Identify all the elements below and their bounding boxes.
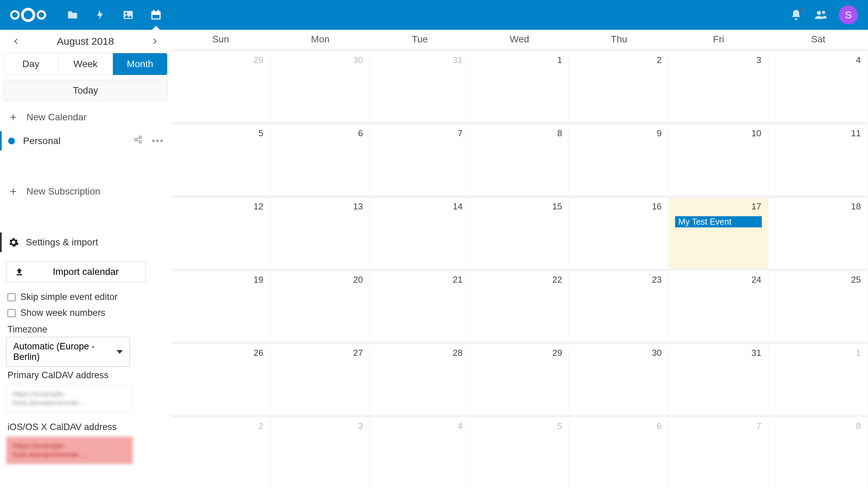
timezone-select[interactable]: Automatic (Europe - Berlin) xyxy=(6,337,130,367)
svg-point-7 xyxy=(817,11,821,15)
calendar-cell[interactable]: 1 xyxy=(768,344,868,415)
calendar-cell[interactable]: 27 xyxy=(271,344,370,415)
import-calendar-button[interactable]: Import calendar xyxy=(6,261,146,282)
month-view-button[interactable]: Month xyxy=(113,53,167,75)
calendar-cell[interactable]: 12 xyxy=(171,198,271,268)
day-number: 11 xyxy=(851,128,861,139)
day-number: 1 xyxy=(856,348,861,358)
new-subscription-button[interactable]: New Subscription xyxy=(0,180,171,203)
day-number: 13 xyxy=(353,201,363,212)
day-number: 15 xyxy=(552,201,562,212)
calendar-list-item[interactable]: Personal xyxy=(0,129,171,153)
svg-rect-3 xyxy=(152,12,161,14)
calendar-icon[interactable] xyxy=(150,9,162,21)
calendar-cell[interactable]: 1 xyxy=(470,52,569,122)
calendar-name: Personal xyxy=(23,136,61,146)
top-bar: S xyxy=(0,0,868,30)
calendar-cell[interactable]: 29 xyxy=(171,52,271,122)
calendar-cell[interactable]: 24 xyxy=(669,271,769,342)
calendar-cell[interactable]: 22 xyxy=(470,271,569,342)
calendar-cell[interactable]: 28 xyxy=(370,344,470,415)
calendar-cell[interactable]: 31 xyxy=(669,344,769,415)
calendar-cell[interactable]: 17My Test Event xyxy=(669,198,769,268)
day-number: 5 xyxy=(557,421,562,431)
settings-import-label: Settings & import xyxy=(26,237,98,248)
calendar-cell[interactable]: 10 xyxy=(669,125,769,195)
contacts-icon[interactable] xyxy=(814,9,827,21)
calendar-cell[interactable]: 4 xyxy=(370,418,470,488)
svg-point-8 xyxy=(822,11,825,14)
calendar-cell[interactable]: 26 xyxy=(171,344,271,415)
prev-month-button[interactable] xyxy=(9,35,23,48)
calendar-cell[interactable]: 8 xyxy=(470,125,569,195)
calendar-cell[interactable]: 6 xyxy=(569,418,669,488)
day-number: 18 xyxy=(851,201,861,212)
primary-caldav-field[interactable]: https://example-host.domain/remote… xyxy=(6,385,133,412)
calendar-cell[interactable]: 2 xyxy=(569,52,669,122)
day-number: 29 xyxy=(552,348,562,358)
week-view-button[interactable]: Week xyxy=(58,53,113,75)
share-calendar-icon[interactable] xyxy=(133,135,143,147)
calendar-cell[interactable]: 20 xyxy=(271,271,370,342)
calendar-cell[interactable]: 19 xyxy=(171,271,271,342)
calendar-cell[interactable]: 25 xyxy=(768,271,868,342)
calendar-cell[interactable]: 7 xyxy=(370,125,470,195)
calendar-cell[interactable]: 11 xyxy=(768,125,868,195)
calendar-cell[interactable]: 30 xyxy=(569,344,669,415)
calendar-cell[interactable]: 13 xyxy=(271,198,370,268)
day-number: 23 xyxy=(652,274,662,285)
calendar-cell[interactable]: 21 xyxy=(370,271,470,342)
day-number: 6 xyxy=(358,128,363,139)
calendar-cell[interactable]: 23 xyxy=(569,271,669,342)
gallery-icon[interactable] xyxy=(122,9,134,21)
topbar-right: S xyxy=(790,5,858,24)
calendar-cell[interactable]: 2 xyxy=(171,418,271,488)
notifications-icon[interactable] xyxy=(790,9,802,21)
calendar-cell[interactable]: 14 xyxy=(370,198,470,268)
calendar-cell[interactable]: 3 xyxy=(669,52,769,122)
calendar-cell[interactable]: 16 xyxy=(569,198,669,268)
settings-import-toggle[interactable]: Settings & import xyxy=(0,230,171,255)
day-number: 30 xyxy=(652,348,662,358)
svg-rect-6 xyxy=(153,15,160,19)
sidebar: August 2018 Day Week Month Today New Cal… xyxy=(0,30,171,488)
calendar-cell[interactable]: 6 xyxy=(271,125,370,195)
calendar-cell[interactable]: 5 xyxy=(171,125,271,195)
calendar-cell[interactable]: 5 xyxy=(470,418,569,488)
user-avatar[interactable]: S xyxy=(839,5,858,24)
today-button[interactable]: Today xyxy=(3,80,167,101)
skip-editor-label: Skip simple event editor xyxy=(20,292,118,302)
current-month-label: August 2018 xyxy=(57,36,114,47)
calendar-cell[interactable]: 3 xyxy=(271,418,370,488)
day-number: 21 xyxy=(453,274,462,285)
calendar-cell[interactable]: 30 xyxy=(271,52,370,122)
app-logo[interactable] xyxy=(10,8,46,22)
calendar-more-icon[interactable] xyxy=(152,140,163,142)
new-calendar-button[interactable]: New Calendar xyxy=(0,106,171,129)
calendar-cell[interactable]: 15 xyxy=(470,198,569,268)
calendar-cell[interactable]: 4 xyxy=(768,52,868,122)
files-icon[interactable] xyxy=(66,9,79,21)
day-number: 6 xyxy=(657,421,662,431)
activity-icon[interactable] xyxy=(94,9,106,21)
calendar-cell[interactable]: 29 xyxy=(470,344,569,415)
day-number: 3 xyxy=(358,421,363,431)
calendar-cell[interactable]: 18 xyxy=(768,198,868,268)
calendar-cell[interactable]: 8 xyxy=(768,418,868,488)
notification-badge xyxy=(800,8,803,12)
weekday-header-row: SunMonTueWedThuFriSat xyxy=(171,30,868,49)
calendar-cell[interactable]: 9 xyxy=(569,125,669,195)
calendar-event[interactable]: My Test Event xyxy=(675,216,762,227)
day-number: 8 xyxy=(557,128,562,139)
calendar-cell[interactable]: 7 xyxy=(669,418,769,488)
day-number: 5 xyxy=(258,128,263,139)
ios-caldav-field[interactable]: https://example-host.domain/remote… xyxy=(6,436,133,464)
show-weeks-checkbox[interactable]: Show week numbers xyxy=(6,305,165,321)
next-month-button[interactable] xyxy=(148,35,161,48)
timezone-value: Automatic (Europe - Berlin) xyxy=(13,341,117,362)
calendar-cell[interactable]: 31 xyxy=(370,52,470,122)
day-number: 4 xyxy=(856,55,861,65)
new-subscription-label: New Subscription xyxy=(26,186,100,197)
day-view-button[interactable]: Day xyxy=(4,53,58,75)
skip-editor-checkbox[interactable]: Skip simple event editor xyxy=(6,289,165,305)
